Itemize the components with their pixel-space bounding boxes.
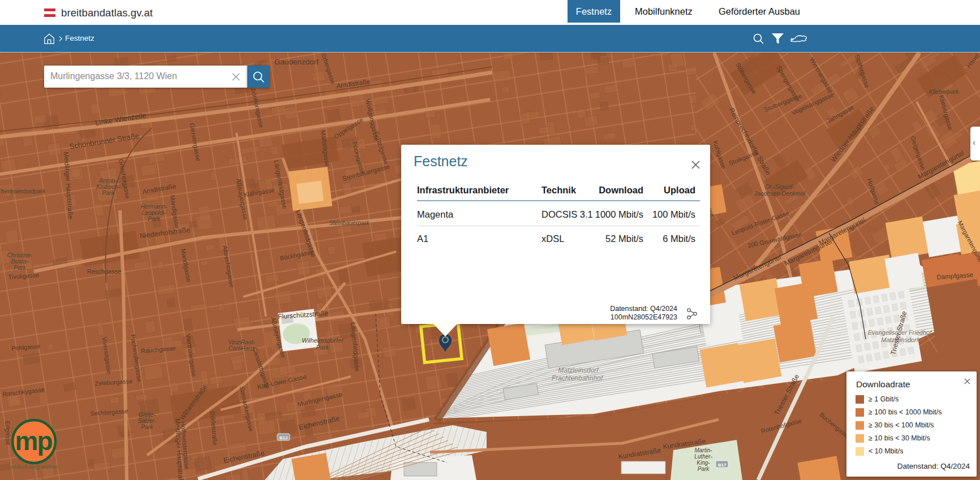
svg-text:Martin-: Martin-: [694, 447, 712, 453]
svg-text:Steinbauerpark: Steinbauerpark: [329, 219, 369, 226]
svg-text:Park: Park: [141, 423, 153, 430]
svg-text:Reschgasse: Reschgasse: [87, 268, 122, 275]
svg-text:King-: King-: [697, 460, 710, 466]
svg-text:Park: Park: [102, 189, 114, 196]
svg-text:CortiHaus: CortiHaus: [229, 345, 255, 352]
svg-text:B17: B17: [718, 462, 727, 468]
svg-text:Park: Park: [698, 466, 710, 472]
svg-text:Klieberpark: Klieberpark: [929, 88, 959, 95]
svg-text:Park: Park: [316, 344, 329, 351]
svg-text:Park: Park: [148, 215, 160, 222]
svg-text:mp: mp: [15, 426, 53, 456]
svg-text:Luther-: Luther-: [694, 453, 712, 460]
svg-text:Theresienbadpark: Theresienbadpark: [0, 188, 46, 194]
svg-text:einfach ruhig wohnen: einfach ruhig wohnen: [11, 464, 59, 470]
svg-text:Matzleinsdorf: Matzleinsdorf: [558, 366, 599, 374]
svg-text:Frachtenbahnhof: Frachtenbahnhof: [552, 374, 604, 382]
svg-text:Gaudenzdorf: Gaudenzdorf: [274, 58, 319, 66]
svg-text:Jacobsen-Denkmal: Jacobsen-Denkmal: [754, 190, 806, 197]
svg-text:Park: Park: [14, 264, 26, 271]
svg-text:Erlgasse: Erlgasse: [4, 421, 11, 445]
svg-text:B12: B12: [280, 435, 288, 440]
svg-text:Wilhelmsdorfer: Wilhelmsdorfer: [302, 337, 344, 344]
svg-text:Dr.-Sigurd-: Dr.-Sigurd-: [766, 183, 794, 190]
